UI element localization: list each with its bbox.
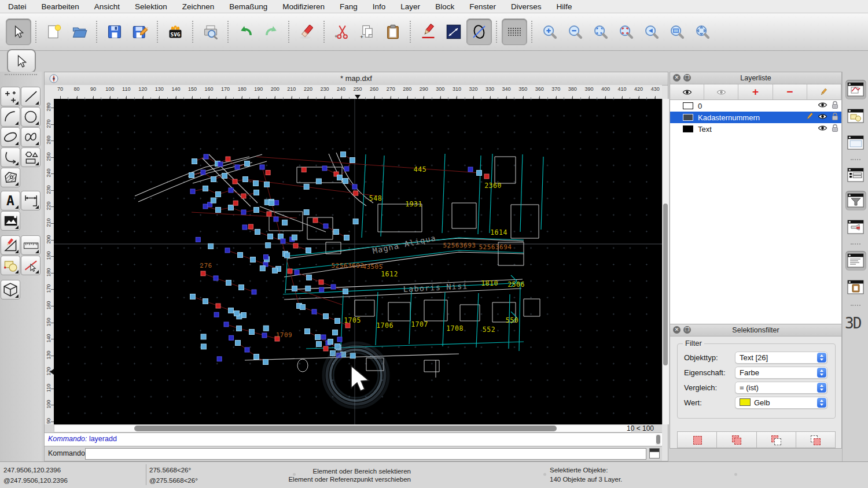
zoom-in-button[interactable] [537,19,562,45]
toggle-clipboard-panel-button[interactable] [845,278,866,297]
edit-layer-button[interactable] [807,84,841,99]
layer-lock-icon[interactable] [831,101,839,111]
filter-comparison-dropdown[interactable]: = (ist) [735,382,827,394]
layer-row-text[interactable]: Text [670,123,841,135]
filter-remove-from-selection-button[interactable] [757,432,796,448]
block-tool-button[interactable] [1,256,20,275]
filter-intersect-selection-button[interactable] [796,432,835,448]
menu-bemaung[interactable]: Bemaßung [229,2,267,11]
paste-button[interactable] [380,19,406,45]
polyline-tool-button[interactable] [1,147,20,167]
palette-drag-handle[interactable] [5,74,37,80]
menu-diverses[interactable]: Diverses [511,2,542,11]
view-3d-tool-button[interactable] [1,280,20,300]
filter-value-dropdown[interactable]: Gelb [735,397,827,409]
image-tool-button[interactable] [1,211,20,231]
undo-button[interactable] [233,19,259,45]
cut-button[interactable]: + [329,19,355,45]
add-layer-button[interactable]: + [738,84,773,99]
layer-row-0[interactable]: 0 [670,100,841,112]
zoom-out-button[interactable] [562,19,588,45]
menu-modifizieren[interactable]: Modifizieren [282,2,325,11]
menu-layer[interactable]: Layer [400,2,420,11]
menu-ansicht[interactable]: Ansicht [94,2,120,11]
menu-block[interactable]: Block [435,2,454,11]
save-button[interactable] [102,19,127,45]
line-tool-button[interactable] [441,19,466,45]
menu-zeichnen[interactable]: Zeichnen [182,2,215,11]
layer-lock-icon[interactable] [831,124,839,134]
open-file-button[interactable] [67,19,92,45]
divide-tool-button[interactable] [21,256,41,275]
layer-visibility-icon[interactable] [818,101,827,110]
dimension-tool-button[interactable] [21,191,41,210]
close-icon[interactable]: ✕ [673,74,681,82]
canvas-horizontal-scrollbar[interactable] [54,424,632,432]
show-all-layers-button[interactable] [670,84,704,99]
copy-button[interactable]: + [355,19,380,45]
text-tool-button[interactable]: A [1,191,20,210]
history-scrollbar[interactable] [656,434,661,445]
zoom-window-button[interactable] [664,19,690,45]
zoom-selection-button[interactable] [613,19,639,45]
remove-layer-button[interactable]: − [773,84,807,99]
3d-label[interactable]: 3D [845,315,860,332]
previous-view-button[interactable] [639,19,664,45]
ellipse-tool-button[interactable] [466,19,492,45]
toggle-selection-filter-button[interactable] [845,191,866,210]
pointer-tool-button[interactable] [6,19,31,45]
ellipse-tool-button[interactable] [1,127,20,147]
float-panel-icon[interactable]: ❐ [683,74,691,82]
toggle-command-line-button[interactable] [845,251,866,271]
toggle-block-list-button[interactable] [845,106,866,126]
points-tool-button[interactable] [1,87,20,106]
command-window-toggle-button[interactable] [649,448,660,459]
menu-datei[interactable]: Datei [8,2,27,11]
menu-fenster[interactable]: Fenster [469,2,496,11]
print-preview-button[interactable] [198,19,223,45]
filter-replace-selection-button[interactable] [678,432,717,448]
menu-info[interactable]: Info [373,2,386,11]
svg-export-button[interactable]: SVG [163,19,188,45]
filter-property-dropdown[interactable]: Farbe [735,367,827,379]
redo-button[interactable] [259,19,284,45]
filter-add-to-selection-button[interactable] [717,432,756,448]
layer-edit-icon[interactable] [806,112,814,123]
measure-tool-button[interactable] [21,235,41,255]
toggle-library-browser-button[interactable] [845,217,866,237]
toggle-property-editor-button[interactable] [845,80,866,99]
pan-button[interactable] [690,19,715,45]
menu-selektion[interactable]: Selektion [135,2,167,11]
menu-fang[interactable]: Fang [340,2,358,11]
menu-hilfe[interactable]: Hilfe [556,2,572,11]
layer-row-kadasternummern[interactable]: Kadasternummern [670,112,841,123]
layer-lock-icon[interactable] [831,112,839,123]
hatch-tool-button[interactable] [1,168,20,187]
grid-toggle-button[interactable] [502,19,527,45]
save-as-button[interactable] [127,19,153,45]
menu-bearbeiten[interactable]: Bearbeiten [42,2,79,11]
auto-zoom-button[interactable] [588,19,613,45]
draw-pencil-button[interactable] [415,19,441,45]
layer-visibility-icon[interactable] [818,113,827,122]
filter-object-type-dropdown[interactable]: Text [26] [735,352,827,364]
new-file-button[interactable] [41,19,67,45]
toggle-view-list-button[interactable] [845,133,866,153]
shape-tool-button[interactable] [21,147,41,167]
modify-tool-button[interactable] [1,235,20,255]
line-tool-button[interactable] [21,87,41,106]
hide-all-layers-button[interactable] [704,84,738,99]
selection-tool-button[interactable] [7,49,36,73]
float-panel-icon[interactable]: ❐ [683,326,691,334]
toggle-layer-list-button[interactable] [845,165,866,185]
circle-tool-button[interactable] [21,107,41,127]
command-input[interactable] [85,448,646,460]
spline-tool-button[interactable] [21,127,41,147]
arc-tool-button[interactable] [1,107,20,127]
document-title-bar[interactable]: * map.dxf [45,72,668,86]
delete-button[interactable] [294,19,319,45]
close-icon[interactable]: ✕ [673,326,681,334]
canvas-vertical-scrollbar[interactable] [662,99,669,424]
layer-visibility-icon[interactable] [818,124,827,134]
drawing-canvas[interactable]: 4452360548193116141612181025061705170617… [54,99,662,424]
